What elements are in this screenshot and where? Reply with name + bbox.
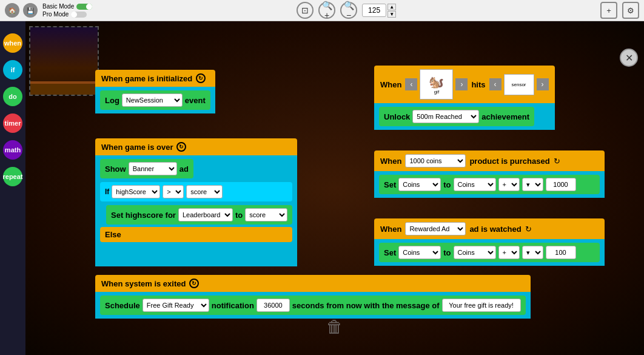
do-label: do: [8, 93, 16, 100]
block6-seconds-input[interactable]: 36000: [257, 299, 290, 312]
block3-sensor-box: sensor: [504, 74, 534, 95]
block2-condition: If highScore > score: [100, 182, 292, 201]
block3-sensor-prev-button[interactable]: ‹: [489, 78, 501, 90]
block3-hits-label: hits: [471, 80, 485, 89]
sidebar-item-repeat[interactable]: repeat: [3, 167, 22, 186]
block2-show-label: Show: [105, 164, 126, 174]
block3-sensor-group: ‹ sensor ›: [489, 74, 549, 95]
block5-set-row: Set Coins to Coins + ▾ 100: [379, 243, 600, 262]
save-icon[interactable]: 💾: [23, 3, 38, 18]
block2-op-select[interactable]: >: [163, 185, 184, 198]
block4-product-select[interactable]: 1000 coins: [405, 154, 466, 167]
left-sidebar: when if do timer math repeat: [0, 21, 25, 355]
preview-panel: [29, 26, 99, 96]
block4-op-select[interactable]: +: [498, 178, 520, 191]
block3-achievement-select[interactable]: 500m Reached: [412, 110, 479, 123]
logo-group: 🏠 💾: [5, 3, 38, 18]
zoom-out-button[interactable]: 🔍−: [340, 2, 357, 19]
repeat-label: repeat: [2, 173, 22, 180]
block3-gif-label: gif: [434, 89, 439, 95]
block5-op2-select[interactable]: ▾: [522, 246, 543, 259]
zoom-input[interactable]: 125: [362, 4, 386, 17]
block5-set-label: Set: [384, 248, 396, 257]
toolbar: 🏠 💾 Basic Mode Pro Mode ⊡ 🔍+ 🔍− 125 ▲ ▼ …: [0, 0, 644, 21]
block6-schedule-action: Schedule Free Gift Ready notification 36…: [100, 296, 526, 315]
home-icon[interactable]: 🏠: [5, 3, 19, 18]
zoom-up-button[interactable]: ▲: [387, 4, 396, 10]
block3-body: Unlock 500m Reached achievement: [374, 103, 555, 130]
block2-show-action: Show Banner ad: [100, 159, 193, 178]
canvas-area: When game is initialized ↻ Log NewSessio…: [25, 21, 644, 355]
block2-leaderboard-select[interactable]: Leaderboard: [178, 208, 233, 221]
timer-label: timer: [5, 120, 21, 127]
block4-set-label: Set: [384, 180, 396, 189]
block3-next-button[interactable]: ›: [455, 78, 468, 90]
block5-set-action: Set Coins to Coins + ▾ 100: [379, 243, 600, 262]
block4-coins-select[interactable]: Coins: [398, 178, 441, 191]
block4-refresh-icon[interactable]: ↻: [554, 157, 560, 166]
block4-set-action: Set Coins to Coins + ▾ 1000: [379, 175, 600, 194]
sidebar-item-do[interactable]: do: [3, 87, 22, 106]
fit-screen-button[interactable]: ⊡: [297, 2, 314, 19]
if-label: if: [11, 66, 15, 73]
block4-to-select[interactable]: Coins: [454, 178, 496, 191]
sidebar-item-math[interactable]: math: [3, 140, 22, 160]
pro-mode-toggle[interactable]: [71, 12, 87, 18]
sidebar-item-if[interactable]: if: [3, 60, 22, 79]
trash-icon[interactable]: 🗑: [326, 317, 343, 337]
block1-session-select[interactable]: NewSession: [122, 93, 183, 107]
block6-refresh-icon[interactable]: ↻: [189, 279, 199, 288]
block5-coins-select[interactable]: Coins: [398, 246, 441, 259]
block3-unlock-row: Unlock 500m Reached achievement: [379, 107, 550, 126]
toolbar-right: + ⚙: [600, 2, 639, 19]
block2-banner-select[interactable]: Banner: [129, 162, 177, 175]
block5-to-label: to: [443, 248, 451, 257]
math-label: math: [5, 146, 21, 154]
block5-to-select[interactable]: Coins: [454, 246, 496, 259]
add-block-button[interactable]: +: [600, 2, 617, 19]
block6-seconds-label: seconds from now with the message of: [292, 301, 440, 310]
block2-highscore-select[interactable]: highScore: [112, 185, 160, 198]
zoom-down-button[interactable]: ▼: [387, 11, 396, 18]
block2-to-label: to: [235, 211, 243, 220]
block2-score-select[interactable]: score: [186, 185, 223, 198]
block1-title: When game is initialized: [101, 74, 192, 83]
block6-notification-label: notification: [212, 301, 254, 310]
block3-character-icon: 🐿️: [429, 75, 444, 89]
block6-schedule-label: Schedule: [105, 301, 140, 310]
block6-notification-select[interactable]: Free Gift Ready: [143, 299, 209, 312]
block4-op2-select[interactable]: ▾: [522, 178, 543, 191]
zoom-in-button[interactable]: 🔍+: [318, 2, 335, 19]
block-when-purchased: When 1000 coins product is purchased ↻ S…: [374, 150, 605, 198]
block3-gif-box: 🐿️ gif: [420, 69, 453, 100]
block3-sensor-next-button[interactable]: ›: [537, 78, 549, 90]
block5-op-select[interactable]: +: [498, 246, 520, 259]
toolbar-center: ⊡ 🔍+ 🔍− 125 ▲ ▼: [97, 2, 595, 19]
block5-value-input[interactable]: 100: [546, 246, 576, 259]
basic-mode-label: Basic Mode: [42, 3, 74, 10]
block1-header: When game is initialized ↻: [95, 70, 215, 87]
sidebar-item-when[interactable]: when: [3, 33, 22, 53]
mode-group: Basic Mode Pro Mode: [42, 3, 92, 18]
sidebar-item-timer[interactable]: timer: [3, 113, 22, 133]
block5-ad-label: ad is watched: [469, 225, 521, 234]
block3-unlock-label: Unlock: [384, 112, 410, 121]
basic-mode-toggle[interactable]: [76, 4, 92, 10]
block2-refresh-icon[interactable]: ↻: [176, 142, 186, 152]
block2-header: When game is over ↻: [95, 138, 297, 155]
block3-prev-button[interactable]: ‹: [405, 78, 417, 90]
block5-ad-select[interactable]: Rewarded Ad: [405, 222, 466, 235]
block4-value-input[interactable]: 1000: [546, 178, 576, 191]
when-label: when: [4, 39, 21, 47]
block2-set-highscore-label: Set highscore for: [111, 211, 176, 220]
block5-refresh-icon[interactable]: ↻: [525, 225, 532, 234]
close-button[interactable]: ✕: [620, 49, 638, 67]
block-when-ad-watched: When Rewarded Ad ad is watched ↻ Set Coi…: [374, 218, 605, 266]
block2-score-to-select[interactable]: score: [245, 208, 287, 221]
block1-body: Log NewSession event: [95, 87, 215, 113]
block6-title: When system is exited: [101, 279, 186, 288]
block2-if-label: If: [105, 188, 109, 196]
block6-message-input[interactable]: Your free gift is ready!: [442, 299, 521, 312]
settings-button[interactable]: ⚙: [622, 2, 639, 19]
block1-refresh-icon[interactable]: ↻: [196, 73, 206, 83]
